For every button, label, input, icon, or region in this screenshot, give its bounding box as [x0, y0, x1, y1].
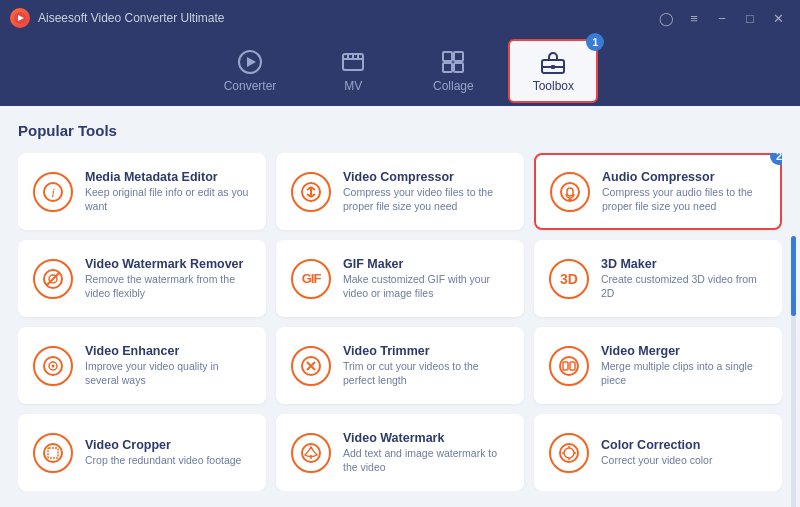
video-enhancer-desc: Improve your video quality in several wa… — [85, 360, 251, 387]
tool-card-video-compressor[interactable]: Video Compressor Compress your video fil… — [276, 153, 524, 230]
color-correction-desc: Correct your video color — [601, 454, 767, 468]
window-controls: ◯ ≡ − □ ✕ — [654, 9, 790, 27]
svg-marker-3 — [247, 57, 256, 67]
tool-card-video-watermark[interactable]: Video Watermark Add text and image water… — [276, 414, 524, 491]
scrollbar-thumb[interactable] — [791, 236, 796, 316]
svg-rect-15 — [551, 65, 555, 69]
video-merger-icon — [549, 346, 589, 386]
tool-card-media-metadata-editor[interactable]: i Media Metadata Editor Keep original fi… — [18, 153, 266, 230]
nav-item-collage[interactable]: Collage — [408, 41, 498, 101]
audio-compressor-badge: 2 — [770, 153, 782, 165]
maximize-button[interactable]: □ — [738, 9, 762, 27]
video-cropper-icon — [33, 433, 73, 473]
media-metadata-icon: i — [33, 172, 73, 212]
svg-point-40 — [44, 444, 62, 462]
video-watermark-remover-icon — [33, 259, 73, 299]
mv-icon — [340, 49, 366, 75]
video-watermark-remover-name: Video Watermark Remover — [85, 257, 251, 271]
gif-maker-desc: Make customized GIF with your video or i… — [343, 273, 509, 300]
converter-icon — [237, 49, 263, 75]
tool-card-video-trimmer[interactable]: Video Trimmer Trim or cut your videos to… — [276, 327, 524, 404]
app-title: Aiseesoft Video Converter Ultimate — [38, 11, 654, 25]
media-metadata-name: Media Metadata Editor — [85, 170, 251, 184]
svg-point-45 — [564, 448, 574, 458]
color-correction-icon — [549, 433, 589, 473]
tool-card-video-watermark-remover[interactable]: Video Watermark Remover Remove the water… — [18, 240, 266, 317]
svg-rect-10 — [454, 52, 463, 61]
video-trimmer-icon — [291, 346, 331, 386]
tool-card-gif-maker[interactable]: GIF GIF Maker Make customized GIF with y… — [276, 240, 524, 317]
tool-card-video-enhancer[interactable]: Video Enhancer Improve your video qualit… — [18, 327, 266, 404]
title-bar: Aiseesoft Video Converter Ultimate ◯ ≡ −… — [0, 0, 800, 36]
tool-card-video-merger[interactable]: Video Merger Merge multiple clips into a… — [534, 327, 782, 404]
media-metadata-info: Media Metadata Editor Keep original file… — [85, 170, 251, 213]
video-enhancer-name: Video Enhancer — [85, 344, 251, 358]
svg-text:i: i — [51, 185, 55, 200]
color-correction-name: Color Correction — [601, 438, 767, 452]
nav-item-mv[interactable]: MV — [308, 41, 398, 101]
minimize-button[interactable]: − — [710, 9, 734, 27]
scrollbar-track[interactable] — [791, 236, 796, 507]
tool-card-color-correction[interactable]: Color Correction Correct your video colo… — [534, 414, 782, 491]
close-button[interactable]: ✕ — [766, 9, 790, 27]
gif-maker-icon: GIF — [291, 259, 331, 299]
nav-item-toolbox[interactable]: 1 Toolbox — [508, 39, 598, 103]
gif-maker-info: GIF Maker Make customized GIF with your … — [343, 257, 509, 300]
video-compressor-info: Video Compressor Compress your video fil… — [343, 170, 509, 213]
svg-rect-38 — [563, 362, 568, 370]
audio-compressor-icon — [550, 172, 590, 212]
menu-button[interactable]: ≡ — [682, 9, 706, 27]
color-correction-info: Color Correction Correct your video colo… — [601, 438, 767, 468]
mv-label: MV — [344, 79, 362, 93]
video-enhancer-info: Video Enhancer Improve your video qualit… — [85, 344, 251, 387]
app-logo — [10, 8, 30, 28]
tool-card-audio-compressor[interactable]: 2 Audio Compressor Compress your audio f… — [534, 153, 782, 230]
video-watermark-remover-desc: Remove the watermark from the video flex… — [85, 273, 251, 300]
video-watermark-info: Video Watermark Add text and image water… — [343, 431, 509, 474]
tools-grid: i Media Metadata Editor Keep original fi… — [18, 153, 782, 491]
nav-item-converter[interactable]: Converter — [202, 41, 299, 101]
3d-maker-desc: Create customized 3D video from 2D — [601, 273, 767, 300]
main-content: Popular Tools i Media Metadata Editor Ke… — [0, 106, 800, 507]
collage-label: Collage — [433, 79, 474, 93]
video-compressor-desc: Compress your video files to the proper … — [343, 186, 509, 213]
video-watermark-remover-info: Video Watermark Remover Remove the water… — [85, 257, 251, 300]
media-metadata-desc: Keep original file info or edit as you w… — [85, 186, 251, 213]
video-merger-info: Video Merger Merge multiple clips into a… — [601, 344, 767, 387]
collage-icon — [440, 49, 466, 75]
svg-point-33 — [52, 364, 55, 367]
svg-rect-41 — [48, 448, 58, 458]
video-watermark-icon — [291, 433, 331, 473]
chat-button[interactable]: ◯ — [654, 9, 678, 27]
3d-maker-name: 3D Maker — [601, 257, 767, 271]
audio-compressor-info: Audio Compressor Compress your audio fil… — [602, 170, 766, 213]
video-compressor-icon — [291, 172, 331, 212]
video-cropper-info: Video Cropper Crop the redundant video f… — [85, 438, 251, 468]
section-title: Popular Tools — [18, 122, 782, 139]
3d-maker-icon: 3D — [549, 259, 589, 299]
video-trimmer-name: Video Trimmer — [343, 344, 509, 358]
video-enhancer-icon — [33, 346, 73, 386]
audio-compressor-name: Audio Compressor — [602, 170, 766, 184]
3d-maker-info: 3D Maker Create customized 3D video from… — [601, 257, 767, 300]
video-cropper-desc: Crop the redundant video footage — [85, 454, 251, 468]
toolbox-icon — [540, 49, 566, 75]
video-compressor-name: Video Compressor — [343, 170, 509, 184]
video-cropper-name: Video Cropper — [85, 438, 251, 452]
nav-badge: 1 — [586, 33, 604, 51]
svg-rect-25 — [567, 188, 573, 196]
tool-card-3d-maker[interactable]: 3D 3D Maker Create customized 3D video f… — [534, 240, 782, 317]
gif-maker-name: GIF Maker — [343, 257, 509, 271]
svg-rect-11 — [443, 63, 452, 72]
video-watermark-desc: Add text and image watermark to the vide… — [343, 447, 509, 474]
nav-bar: Converter MV Collage 1 — [0, 36, 800, 106]
video-trimmer-info: Video Trimmer Trim or cut your videos to… — [343, 344, 509, 387]
tool-card-video-cropper[interactable]: Video Cropper Crop the redundant video f… — [18, 414, 266, 491]
svg-rect-9 — [443, 52, 452, 61]
svg-rect-39 — [570, 362, 575, 370]
video-watermark-name: Video Watermark — [343, 431, 509, 445]
audio-compressor-desc: Compress your audio files to the proper … — [602, 186, 766, 213]
toolbox-label: Toolbox — [533, 79, 574, 93]
video-merger-name: Video Merger — [601, 344, 767, 358]
svg-rect-12 — [454, 63, 463, 72]
